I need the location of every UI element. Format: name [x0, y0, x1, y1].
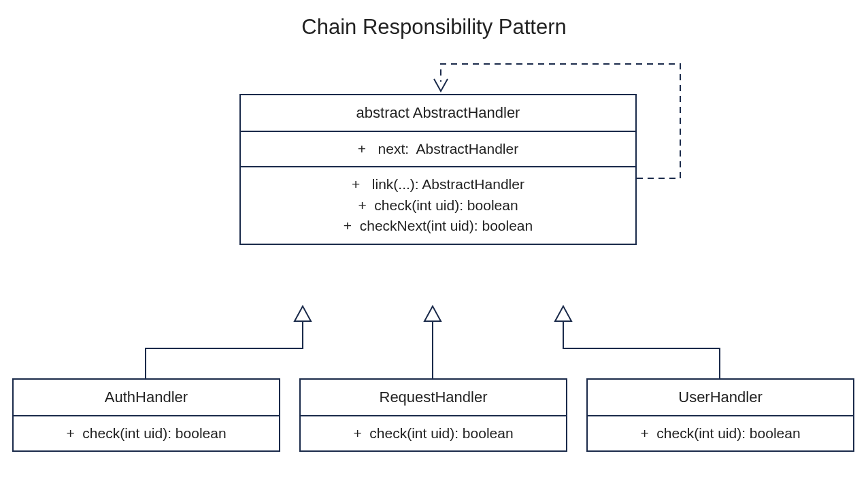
generalization-userhandler — [555, 306, 720, 378]
svg-marker-3 — [555, 306, 571, 321]
uml-class-requesthandler: RequestHandler + check(int uid): boolean — [299, 378, 567, 452]
uml-class-methods: + check(int uid): boolean — [588, 416, 853, 450]
svg-marker-0 — [295, 306, 311, 321]
uml-class-authhandler: AuthHandler + check(int uid): boolean — [12, 378, 280, 452]
uml-class-name: UserHandler — [588, 380, 853, 416]
uml-class-methods: + link(...): AbstractHandler + check(int… — [241, 167, 635, 243]
uml-class-abstracthandler: abstract AbstractHandler + next: Abstrac… — [239, 94, 637, 245]
uml-class-name: AuthHandler — [14, 380, 279, 416]
uml-class-userhandler: UserHandler + check(int uid): boolean — [586, 378, 854, 452]
uml-method: + checkNext(int uid): boolean — [252, 216, 624, 236]
diagram-canvas: Chain Responsibility Pattern abstract Ab… — [0, 0, 868, 494]
uml-class-name: abstract AbstractHandler — [241, 95, 635, 132]
diagram-title: Chain Responsibility Pattern — [0, 15, 868, 39]
uml-class-methods: + check(int uid): boolean — [301, 416, 566, 450]
uml-class-attributes: + next: AbstractHandler — [241, 132, 635, 167]
uml-method: + link(...): AbstractHandler — [252, 174, 624, 195]
uml-class-methods: + check(int uid): boolean — [14, 416, 279, 450]
uml-class-name: RequestHandler — [301, 380, 566, 416]
uml-attribute: + next: AbstractHandler — [252, 139, 624, 159]
arrowhead-open-icon — [434, 79, 448, 91]
generalization-requesthandler — [424, 306, 441, 378]
uml-method: + check(int uid): boolean — [24, 423, 268, 444]
svg-marker-1 — [424, 306, 441, 321]
generalization-authhandler — [146, 306, 311, 378]
uml-method: + check(int uid): boolean — [252, 195, 624, 216]
uml-method: + check(int uid): boolean — [599, 423, 842, 444]
uml-method: + check(int uid): boolean — [312, 423, 555, 444]
